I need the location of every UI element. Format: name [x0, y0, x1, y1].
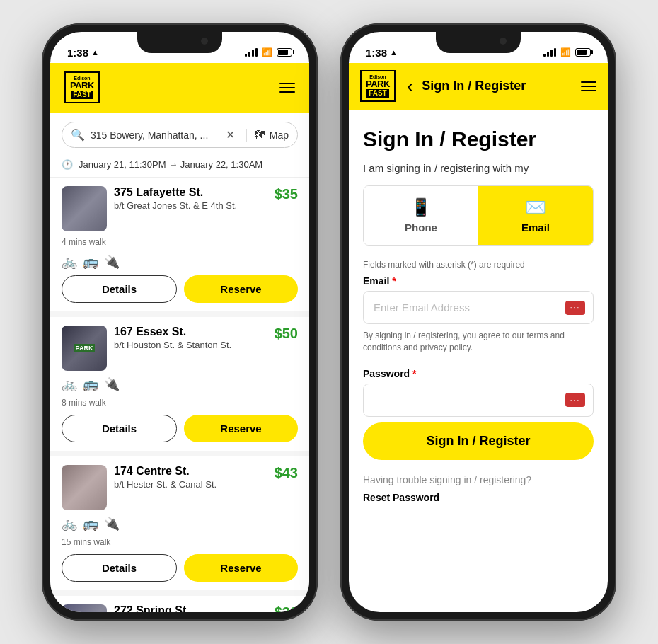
- parking-item-3: 272 Spring St. b/t Varick St. & Hudson S…: [50, 596, 309, 612]
- reserve-button-1[interactable]: Reserve: [184, 415, 298, 442]
- password-input-wrapper: ···: [363, 384, 594, 417]
- parking-list: 375 Lafayette St. b/t Great Jones St. & …: [50, 178, 309, 612]
- password-toggle-dots-icon: ···: [570, 396, 580, 404]
- email-method-button[interactable]: ✉️ Email: [478, 186, 593, 245]
- password-toggle-button[interactable]: ···: [565, 393, 585, 407]
- amenities-2: 🚲 🚌 🔌: [62, 516, 298, 531]
- parking-name-2: 174 Centre St.: [114, 465, 267, 478]
- reserve-button-0[interactable]: Reserve: [184, 275, 298, 303]
- parking-item-1: PARK 167 Essex St. b/t Houston St. & Sta…: [50, 317, 309, 451]
- location-arrow-right: ▲: [390, 48, 398, 57]
- email-field-label: Email *: [363, 275, 594, 287]
- reset-password-link[interactable]: Reset Password: [363, 492, 439, 503]
- parking-item-2: 174 Centre St. b/t Hester St. & Canal St…: [50, 456, 309, 590]
- wifi-icon: 📶: [262, 47, 272, 57]
- reserve-button-2[interactable]: Reserve: [184, 554, 298, 582]
- hamburger-right[interactable]: [581, 81, 596, 91]
- bus-icon-1: 🚌: [83, 376, 98, 392]
- bike-icon: 🚲: [62, 254, 77, 270]
- trouble-text: Having trouble signing in / registering?: [363, 474, 594, 485]
- search-value: 315 Bowery, Manhattan, ...: [91, 130, 220, 141]
- search-bar[interactable]: 🔍 315 Bowery, Manhattan, ... ✕ 🗺 Map: [62, 122, 298, 148]
- signin-button[interactable]: Sign In / Register: [363, 422, 594, 460]
- walk-time-2: 15 mins walk: [62, 537, 298, 547]
- bike-icon-2: 🚲: [62, 516, 77, 531]
- details-button-0[interactable]: Details: [62, 275, 177, 303]
- wifi-icon-right: 📶: [560, 47, 571, 57]
- email-method-label: Email: [521, 222, 550, 234]
- email-method-icon: ✉️: [525, 197, 546, 217]
- password-required-star: *: [412, 368, 416, 379]
- logo-left: Edison PARK FAST: [64, 71, 100, 103]
- camera: [201, 38, 208, 45]
- date-range-text: January 21, 11:30PM → January 22, 1:30AM: [79, 159, 262, 170]
- parking-price-1: $50: [275, 326, 298, 371]
- notch: [137, 32, 222, 53]
- parking-name-0: 375 Lafayette St.: [114, 186, 267, 199]
- search-icon: 🔍: [71, 128, 85, 142]
- clock-icon: 🕐: [62, 159, 73, 170]
- phone-method-button[interactable]: 📱 Phone: [364, 186, 478, 245]
- location-arrow-left: ▲: [91, 48, 99, 57]
- logo-fast-left: FAST: [71, 91, 93, 99]
- logo-right: Edison PARK FAST: [360, 70, 396, 102]
- hamburger-left[interactable]: [279, 83, 295, 93]
- amenities-0: 🚲 🚌 🔌: [62, 254, 298, 270]
- details-button-1[interactable]: Details: [62, 415, 177, 442]
- parking-thumb-0: [62, 186, 107, 231]
- bus-icon-2: 🚌: [83, 516, 98, 531]
- header-title-right: Sign In / Register: [422, 79, 572, 93]
- status-time-left: 1:38 ▲: [67, 47, 99, 59]
- phone-method-icon: 📱: [410, 197, 432, 217]
- parking-item-0: 375 Lafayette St. b/t Great Jones St. & …: [50, 178, 309, 311]
- parking-price-2: $43: [275, 465, 298, 510]
- walk-time-1: 8 mins walk: [62, 398, 298, 408]
- signin-content: Sign In / Register I am signing in / reg…: [349, 110, 608, 612]
- walk-time-0: 4 mins walk: [62, 237, 298, 247]
- battery-icon: [277, 48, 292, 57]
- method-toggle: 📱 Phone ✉️ Email: [363, 185, 594, 246]
- logo-park-right: PARK: [366, 79, 390, 88]
- amenities-1: 🚲 🚌 🔌: [62, 376, 298, 392]
- clear-search-icon[interactable]: ✕: [226, 128, 235, 142]
- bus-icon: 🚌: [83, 254, 98, 270]
- details-button-2[interactable]: Details: [62, 554, 177, 582]
- notch-right: [436, 32, 521, 53]
- parking-actions-1: Details Reserve: [62, 415, 298, 442]
- required-note: Fields marked with asterisk (*) are requ…: [363, 260, 594, 270]
- email-required-star: *: [392, 275, 396, 287]
- password-input[interactable]: [363, 384, 594, 417]
- right-phone: 1:38 ▲ 📶 Edison PARK FAS: [340, 23, 616, 621]
- parking-thumb-3: [62, 604, 107, 612]
- logo-park-left: PARK: [70, 81, 94, 90]
- app-header-left: Edison PARK FAST: [50, 63, 309, 113]
- parking-price-3: $30: [275, 604, 298, 612]
- email-toggle-button[interactable]: ···: [565, 301, 585, 315]
- map-label: Map: [270, 130, 289, 141]
- parking-name-3: 272 Spring St.: [114, 604, 267, 612]
- parking-thumb-1: PARK: [62, 326, 107, 371]
- signal-icon-right: [543, 48, 556, 57]
- parking-actions-0: Details Reserve: [62, 275, 298, 303]
- status-time-right: 1:38 ▲: [366, 47, 398, 59]
- signal-icon: [245, 48, 258, 57]
- ev-icon: 🔌: [104, 254, 120, 270]
- battery-icon-right: [575, 48, 591, 57]
- email-input[interactable]: [363, 291, 594, 324]
- parking-actions-2: Details Reserve: [62, 554, 298, 582]
- bike-icon-1: 🚲: [62, 376, 77, 392]
- status-icons-left: 📶: [245, 47, 292, 57]
- terms-text: By signing in / registering, you agree t…: [363, 330, 594, 354]
- logo-fast-right: FAST: [366, 89, 389, 98]
- parking-price-0: $35: [275, 186, 298, 231]
- parking-cross-1: b/t Houston St. & Stanton St.: [114, 340, 267, 350]
- search-container: 🔍 315 Bowery, Manhattan, ... ✕ 🗺 Map: [50, 113, 309, 154]
- back-button[interactable]: ‹: [407, 75, 413, 98]
- ev-icon-1: 🔌: [104, 376, 120, 392]
- left-phone: 1:38 ▲ 📶 Edison PARK FAS: [42, 23, 318, 621]
- camera-right: [500, 38, 507, 45]
- signin-heading: Sign In / Register: [363, 127, 594, 151]
- signin-subtitle: I am signing in / registering with my: [363, 162, 594, 174]
- map-button[interactable]: 🗺 Map: [246, 129, 289, 142]
- parking-cross-0: b/t Great Jones St. & E 4th St.: [114, 200, 267, 211]
